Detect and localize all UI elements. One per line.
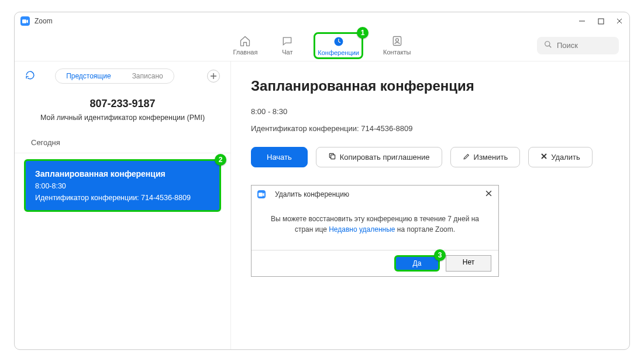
annotation-badge-1: 1 xyxy=(357,27,369,39)
detail-id: Идентификатор конференции: 714-4536-8809 xyxy=(251,124,609,133)
contacts-icon xyxy=(391,35,404,47)
today-header: Сегодня xyxy=(15,132,230,153)
nav-home[interactable]: Главная xyxy=(229,32,261,59)
top-nav: Главная Чат 1 Конференции Контакты xyxy=(15,30,629,61)
detail-title: Запланированная конференция xyxy=(251,78,609,94)
titlebar: Zoom xyxy=(15,12,629,30)
sidebar: Предстоящие Записано 807-233-9187 Мой ли… xyxy=(15,61,231,349)
delete-dialog: Удалить конференцию Вы можете восстанови… xyxy=(251,185,499,277)
meeting-item-title: Запланированная конференция xyxy=(35,169,210,178)
svg-rect-0 xyxy=(598,19,604,24)
copy-icon xyxy=(328,152,336,162)
search-icon xyxy=(544,40,552,51)
dialog-no-button[interactable]: Нет xyxy=(446,255,491,272)
nav-meetings-label: Конференции xyxy=(318,49,359,56)
pmi-number: 807-233-9187 xyxy=(25,98,220,110)
close-button[interactable] xyxy=(615,17,624,25)
annotation-badge-3: 3 xyxy=(434,249,446,261)
nav-meetings[interactable]: 1 Конференции xyxy=(314,32,363,59)
tab-recorded[interactable]: Записано xyxy=(122,69,174,83)
clock-icon xyxy=(332,35,345,48)
dialog-close-button[interactable] xyxy=(485,189,493,200)
search-input[interactable] xyxy=(557,41,612,50)
sidebar-tabs: Предстоящие Записано xyxy=(55,68,174,84)
edit-button[interactable]: Изменить xyxy=(450,147,521,167)
meeting-item-id: Идентификатор конференции: 714-4536-8809 xyxy=(35,194,210,202)
pmi-block[interactable]: 807-233-9187 Мой личный идентификатор ко… xyxy=(15,84,230,132)
refresh-icon[interactable] xyxy=(25,70,35,83)
annotation-badge-2: 2 xyxy=(215,154,226,166)
minimize-button[interactable] xyxy=(578,17,586,25)
search-box[interactable] xyxy=(537,37,619,54)
nav-chat-label: Чат xyxy=(282,49,292,56)
svg-rect-2 xyxy=(393,36,401,45)
svg-rect-5 xyxy=(330,155,335,159)
chat-icon xyxy=(281,35,294,47)
add-meeting-button[interactable] xyxy=(207,70,220,83)
x-icon xyxy=(540,153,547,162)
nav-home-label: Главная xyxy=(233,49,257,56)
zoom-app-icon xyxy=(20,16,30,26)
meeting-item-time: 8:00-8:30 xyxy=(35,182,210,190)
window-controls xyxy=(578,17,624,25)
app-window: Zoom Главная Чат 1 Конференции К xyxy=(14,12,630,350)
tab-upcoming[interactable]: Предстоящие xyxy=(56,69,122,83)
dialog-yes-button[interactable]: 3 Да xyxy=(394,255,440,272)
start-button[interactable]: Начать xyxy=(251,147,308,167)
svg-point-4 xyxy=(545,41,550,46)
copy-invite-button[interactable]: Копировать приглашение xyxy=(316,147,442,167)
pencil-icon xyxy=(463,153,470,162)
dialog-title: Удалить конференцию xyxy=(275,190,349,198)
recently-deleted-link[interactable]: Недавно удаленные xyxy=(329,225,395,233)
pmi-label: Мой личный идентификатор конференции (PM… xyxy=(25,114,220,122)
zoom-app-icon xyxy=(257,190,266,198)
meeting-list-item[interactable]: 2 Запланированная конференция 8:00-8:30 … xyxy=(24,159,221,212)
svg-point-3 xyxy=(395,38,398,41)
nav-chat[interactable]: Чат xyxy=(277,32,297,59)
maximize-button[interactable] xyxy=(597,17,605,25)
meeting-detail: Запланированная конференция 8:00 - 8:30 … xyxy=(231,61,629,349)
detail-time: 8:00 - 8:30 xyxy=(251,107,609,116)
nav-contacts-label: Контакты xyxy=(383,49,411,56)
dialog-body: Вы можете восстановить эту конференцию в… xyxy=(252,203,498,250)
home-icon xyxy=(239,35,252,47)
window-title: Zoom xyxy=(35,17,53,25)
nav-contacts[interactable]: Контакты xyxy=(380,32,415,59)
delete-button[interactable]: Удалить xyxy=(528,147,593,167)
